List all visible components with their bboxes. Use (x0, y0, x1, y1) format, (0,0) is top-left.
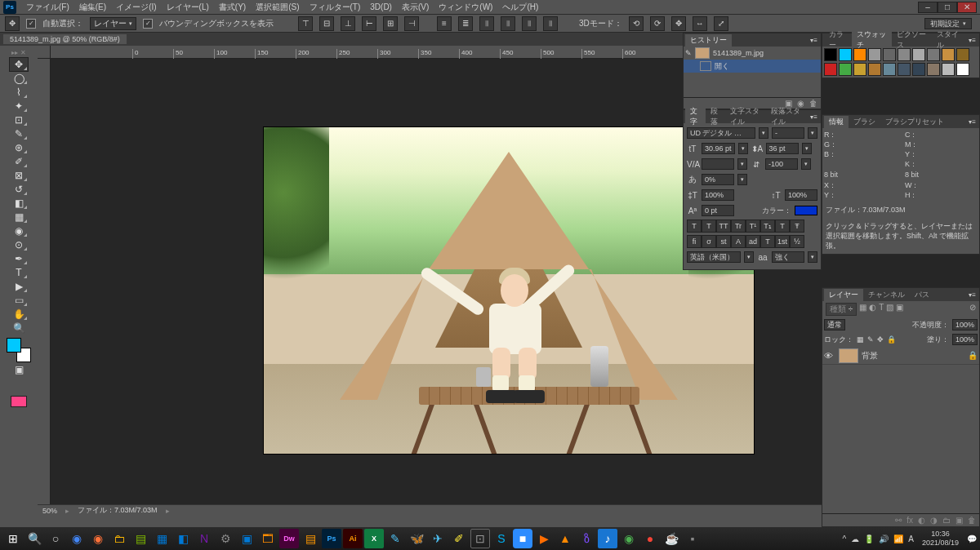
subscript-button[interactable]: T₁ (760, 220, 775, 233)
distribute-6-icon[interactable]: ⦀ (543, 16, 558, 31)
text-color-swatch[interactable] (795, 206, 817, 215)
magic-wand-tool[interactable]: ✦ (9, 99, 29, 113)
crop-tool[interactable]: ⊡ (9, 113, 29, 127)
align-right-icon[interactable]: ⊣ (404, 16, 419, 31)
clone-stamp-tool[interactable]: ⊠ (9, 168, 29, 183)
history-brush-source-icon[interactable]: ✎ (685, 49, 692, 57)
app-icon-8[interactable]: ☕ (662, 529, 681, 548)
ruler-origin[interactable] (38, 46, 51, 59)
layer-visibility-icon[interactable]: 👁 (824, 351, 835, 361)
workspace-dropdown[interactable]: 初期設定▾ (924, 18, 972, 29)
vlc-icon[interactable]: ▲ (555, 529, 575, 548)
hscale-input[interactable]: 100% (785, 189, 817, 201)
tsume-input[interactable]: 0% (702, 174, 734, 185)
char-style-tab[interactable]: 文字スタイル (725, 105, 766, 128)
swatch[interactable] (898, 48, 911, 61)
menu-type[interactable]: 書式(Y) (214, 0, 251, 15)
align-hcenter-icon[interactable]: ⊞ (383, 16, 398, 31)
browser-icon[interactable]: 🗔 (258, 529, 278, 548)
layer-row-background[interactable]: 👁 背景 🔒 (822, 347, 979, 365)
delete-state-icon[interactable]: 🗑 (809, 99, 817, 108)
font-style-dropdown[interactable]: - (772, 127, 804, 139)
quick-mask-button[interactable] (11, 396, 27, 407)
menu-help[interactable]: ヘルプ(H) (497, 0, 543, 15)
menu-layer[interactable]: レイヤー(L) (162, 0, 214, 15)
delete-layer-icon[interactable]: 🗑 (968, 516, 976, 525)
vscale-input[interactable]: 100% (702, 189, 734, 201)
music-icon[interactable]: ♪ (598, 529, 617, 548)
swatch[interactable] (868, 48, 881, 61)
layers-tab[interactable]: レイヤー (824, 289, 863, 301)
ot-ordn-button[interactable]: 1st (775, 235, 790, 248)
explorer-icon[interactable]: 🗀 (109, 529, 129, 548)
antialias-dropdown[interactable]: 強く (772, 251, 804, 263)
auto-select-target-dropdown[interactable]: レイヤー ▾ (90, 17, 136, 30)
app-icon-4[interactable]: ✐ (449, 529, 469, 548)
toolbar-grip-icon[interactable]: ▸▸ ✕ (4, 49, 33, 57)
swatch[interactable] (956, 63, 969, 76)
menu-select[interactable]: 選択範囲(S) (251, 0, 304, 15)
menu-filter[interactable]: フィルター(T) (305, 0, 366, 15)
layer-fx-icon[interactable]: fx (906, 516, 913, 525)
ot-frac-button[interactable]: ½ (790, 235, 804, 248)
menu-edit[interactable]: 編集(E) (74, 0, 111, 15)
swatch[interactable] (912, 63, 925, 76)
swatch[interactable] (898, 63, 911, 76)
distribute-5-icon[interactable]: ⦀ (522, 16, 537, 31)
history-brush-tool[interactable]: ↺ (9, 182, 29, 197)
swatch[interactable] (927, 63, 940, 76)
settings-icon[interactable]: ⚙ (216, 529, 235, 548)
screen-mode-button[interactable]: ▣ (9, 362, 29, 377)
3d-slide-icon[interactable]: ↔ (693, 16, 707, 31)
swatch[interactable] (839, 63, 852, 76)
auto-select-checkbox[interactable]: ✓ (26, 19, 36, 29)
new-layer-icon[interactable]: ▣ (956, 516, 963, 525)
layer-filter-kind-dropdown[interactable]: 種類 ÷ (826, 303, 857, 316)
firefox-icon[interactable]: ◉ (88, 529, 108, 548)
strike-button[interactable]: Ŧ (790, 220, 804, 233)
info-tab[interactable]: 情報 (824, 116, 849, 128)
blend-mode-dropdown[interactable]: 通常 (824, 319, 845, 330)
italic-button[interactable]: T (702, 220, 716, 233)
underline-button[interactable]: T (775, 220, 790, 233)
swatch[interactable] (883, 63, 896, 76)
channels-tab[interactable]: チャンネル (863, 289, 910, 301)
tray-battery-icon[interactable]: 🔋 (864, 534, 874, 543)
move-tool[interactable]: ✥ (9, 57, 29, 72)
tray-ime-icon[interactable]: A (908, 534, 914, 543)
tray-expand-icon[interactable]: ^ (843, 534, 847, 543)
gradient-tool[interactable]: ▦ (9, 210, 29, 224)
healing-brush-tool[interactable]: ⊛ (9, 140, 29, 155)
baseline-input[interactable]: 0 pt (702, 205, 734, 216)
record-icon[interactable]: ● (640, 529, 660, 548)
para-style-tab[interactable]: 段落スタイル (766, 105, 807, 128)
brush-preset-tab[interactable]: ブラシプリセット (880, 116, 949, 128)
swatch[interactable] (942, 48, 955, 61)
3d-orbit-icon[interactable]: ⟲ (629, 16, 644, 31)
filter-adjust-icon[interactable]: ◐ (869, 303, 876, 316)
illustrator-icon[interactable]: Ai (343, 529, 363, 548)
onenote-icon[interactable]: N (194, 529, 214, 548)
search-icon[interactable]: 🔍 (24, 529, 44, 548)
task-icon[interactable]: ▣ (237, 529, 256, 548)
swatch[interactable] (912, 48, 925, 61)
eraser-tool[interactable]: ◧ (9, 196, 29, 211)
swatch[interactable] (853, 63, 866, 76)
panel-menu-icon[interactable]: ▾≡ (965, 291, 979, 299)
menu-image[interactable]: イメージ(I) (111, 0, 161, 15)
type-tool[interactable]: T (9, 265, 29, 280)
distribute-4-icon[interactable]: ⦀ (501, 16, 515, 31)
tray-notification-icon[interactable]: 💬 (967, 534, 977, 543)
kerning-input[interactable] (702, 158, 734, 170)
swatch[interactable] (927, 48, 940, 61)
app-icon-5[interactable]: ⊡ (470, 529, 490, 548)
sublime-icon[interactable]: ▤ (301, 529, 320, 548)
skype-icon[interactable]: S (492, 529, 511, 548)
layer-group-icon[interactable]: 🗀 (942, 516, 951, 525)
chrome-icon[interactable]: ◉ (67, 529, 87, 548)
history-step-row[interactable]: 開く (684, 60, 821, 73)
font-family-dropdown[interactable]: UD デジタル … (687, 127, 755, 139)
history-tab[interactable]: ヒストリー (685, 34, 732, 47)
opacity-input[interactable]: 100% (952, 319, 978, 330)
bounding-box-checkbox[interactable]: ✓ (143, 19, 153, 29)
